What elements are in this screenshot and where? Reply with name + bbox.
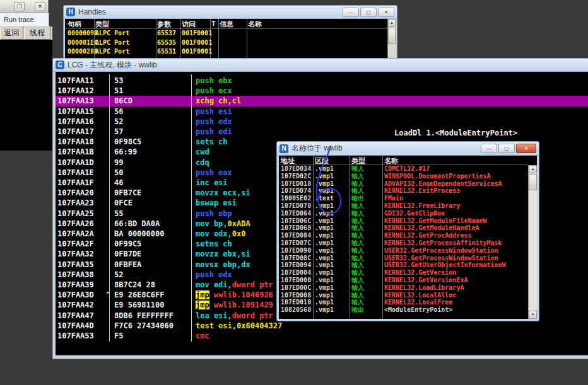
disasm-instruction: movsx ebp,dx bbox=[196, 260, 250, 270]
close-button[interactable]: ✕ bbox=[378, 8, 394, 17]
disasm-address: 107FAA35 bbox=[57, 260, 94, 270]
names-row[interactable]: 107ED074.vmp1输入KERNEL32.ExitProcess bbox=[279, 187, 528, 195]
handles-titlebar[interactable]: H Handles — ▢ ✕ bbox=[64, 6, 397, 19]
minimize-button[interactable]: — bbox=[481, 144, 497, 153]
handles-row[interactable]: 00000288ALPC Port65531001F0001 bbox=[65, 47, 387, 57]
handles-cell: 001F0001 bbox=[182, 47, 212, 57]
handles-header-cell[interactable]: 句柄 bbox=[68, 20, 81, 29]
desktop: ❐ ✕ Run trace 返回 线程 H Handles — ▢ ✕ 句柄类型… bbox=[0, 0, 588, 385]
disasm-instruction: jmp wwlib.1046926 bbox=[196, 290, 273, 300]
scroll-down-icon[interactable]: ▼ bbox=[529, 311, 537, 319]
handles-row[interactable]: 000001ECALPC Port65535001F0001 bbox=[65, 38, 387, 48]
names-cell: 输入 bbox=[351, 247, 364, 255]
disasm-row[interactable]: 107FAA1556push esi bbox=[56, 106, 588, 117]
names-cell: KERNEL32.LocalAlloc bbox=[384, 292, 456, 299]
instruction-token: push ebx bbox=[196, 76, 232, 85]
disasm-instruction: movzx ecx,si bbox=[196, 188, 250, 198]
handles-header-cell[interactable]: 参数 bbox=[157, 20, 171, 29]
handles-header-row: 句柄类型参数访问T信息名称 bbox=[65, 19, 387, 29]
handles-cell: 001F0001 bbox=[182, 29, 212, 38]
names-row[interactable]: 107ED018.vmp1输入ADVAPI32.EnumDependentSer… bbox=[279, 180, 528, 188]
names-titlebar[interactable]: N 名称位于 wwlib — ▢ ✕ bbox=[277, 142, 539, 156]
disasm-bytes: 0FB7DE bbox=[114, 249, 141, 259]
instruction-token: mov edi, bbox=[196, 280, 232, 289]
names-row[interactable]: 107ED034.vmp1输入COMCTL32.#17 bbox=[279, 165, 528, 173]
disasm-row[interactable]: 107FAA4DF7C6 27434060test esi,0x60404327 bbox=[56, 321, 588, 331]
scrollbar-thumb[interactable] bbox=[388, 28, 396, 44]
names-row[interactable]: 107ED068.vmp1输入KERNEL32.GetModuleHandleA bbox=[279, 224, 528, 232]
names-row[interactable]: 107ED090.vmp1输入USER32.GetProcessWindowSt… bbox=[279, 247, 528, 255]
names-row[interactable]: 107ED000.vmp1输入KERNEL32.GetVersionExA bbox=[279, 277, 528, 284]
names-row[interactable]: 107ED084.vmp1输入KERNEL32.GetProcAddress bbox=[279, 232, 528, 239]
disasm-row[interactable]: 107FAA53F5cmc bbox=[56, 331, 588, 341]
names-cell: KERNEL32.GetModuleFileNameW bbox=[384, 217, 487, 225]
names-scrollbar[interactable]: ▲ ▼ bbox=[528, 165, 537, 319]
handles-cell: 000001EC bbox=[68, 38, 98, 48]
restore-icon[interactable]: ❐ bbox=[14, 2, 25, 11]
handles-header-cell[interactable]: 名称 bbox=[248, 20, 262, 29]
threads-button[interactable]: 线程 bbox=[24, 26, 50, 40]
handles-cell: 65535 bbox=[157, 38, 176, 48]
names-cell: 107ED004 bbox=[281, 269, 311, 277]
names-row[interactable]: 107ED078.vmp1输入KERNEL32.FreeLibrary bbox=[279, 202, 528, 210]
handles-header-cell[interactable]: 类型 bbox=[95, 20, 109, 29]
names-header-cell[interactable]: 地址 bbox=[281, 156, 295, 166]
names-row[interactable]: 10820568.vmp1输出<ModuleEntryPoint> bbox=[279, 306, 528, 314]
names-cell: 输出 bbox=[351, 306, 364, 314]
disasm-bytes: 57 bbox=[114, 127, 123, 137]
names-row[interactable]: 107ED00C.vmp1输入KERNEL32.LoadLibraryA bbox=[279, 284, 528, 292]
names-row[interactable]: 10005E02.text输出FMain bbox=[279, 195, 528, 202]
handles-caption-buttons: — ▢ ✕ bbox=[343, 8, 394, 17]
close-icon[interactable]: ✕ bbox=[35, 2, 45, 11]
disasm-address: 107FAA25 bbox=[57, 209, 94, 219]
names-row[interactable]: 107ED010.vmp1输入KERNEL32.LocalFree bbox=[279, 299, 528, 306]
minimize-button[interactable]: — bbox=[343, 8, 359, 17]
handles-row[interactable]: 00000098ALPC Port65537001F0001 bbox=[65, 29, 387, 38]
maximize-button[interactable]: ▢ bbox=[498, 144, 515, 153]
disasm-row[interactable]: 107FAA1153push ebx bbox=[56, 76, 588, 86]
close-button[interactable]: ✕ bbox=[516, 144, 536, 153]
names-cell: 107ED018 bbox=[281, 180, 311, 188]
scroll-up-icon[interactable]: ▲ bbox=[388, 19, 396, 27]
names-row[interactable]: 107ED06C.vmp1输入KERNEL32.GetModuleFileNam… bbox=[279, 217, 528, 225]
names-row[interactable]: 107ED008.vmp1输入KERNEL32.LocalAlloc bbox=[279, 292, 528, 299]
handles-header-cell[interactable]: 信息 bbox=[220, 20, 233, 29]
names-cell: 107ED08C bbox=[281, 255, 311, 262]
disasm-row[interactable]: 107FAA1386CDxchg ch,cl bbox=[56, 96, 588, 106]
names-row[interactable]: 107ED004.vmp1输入KERNEL32.GetVersion bbox=[279, 269, 528, 277]
background-panel bbox=[0, 40, 52, 151]
instruction-token: bswap esi bbox=[196, 198, 237, 207]
disasm-row[interactable]: 107FAA1652push edx bbox=[56, 117, 588, 127]
disasm-address: 107FAA18 bbox=[57, 137, 94, 147]
names-header-cell[interactable]: 区段 bbox=[315, 156, 329, 166]
handles-header-cell[interactable]: T bbox=[211, 20, 216, 27]
names-row[interactable]: 107ED02C.vmp1输入WINSPOOL.DocumentProperti… bbox=[279, 173, 528, 180]
names-cell: KERNEL32.FreeLibrary bbox=[384, 202, 460, 210]
maximize-button[interactable]: ▢ bbox=[360, 8, 377, 17]
names-row[interactable]: 107ED094.vmp1输入USER32.GetUserObjectInfor… bbox=[279, 261, 528, 269]
names-row[interactable]: 107ED064.vmp1输入GDI32.GetClipBox bbox=[279, 210, 528, 217]
names-cell: 输入 bbox=[351, 232, 364, 239]
scroll-up-icon[interactable]: ▲ bbox=[529, 165, 537, 173]
names-row[interactable]: 107ED08C.vmp1输入USER32.GetProcessWindowSt… bbox=[279, 255, 528, 262]
background-window: ❐ ✕ Run trace 返回 线程 bbox=[0, 0, 52, 151]
handles-header-cell[interactable]: 访问 bbox=[182, 20, 196, 29]
names-header-cell[interactable]: 类型 bbox=[351, 156, 365, 166]
names-cell: 107ED094 bbox=[281, 261, 311, 269]
back-button[interactable]: 返回 bbox=[0, 26, 23, 40]
names-cell: .vmp1 bbox=[315, 217, 334, 225]
instruction-token: movsx ebp,dx bbox=[196, 260, 250, 269]
names-cell: 输入 bbox=[351, 269, 364, 277]
disasm-row[interactable]: 107FAA1251push ecx bbox=[56, 86, 588, 96]
names-row[interactable]: 107ED07C.vmp1输入KERNEL32.GetProcessAffini… bbox=[279, 239, 528, 247]
scrollbar-thumb[interactable] bbox=[529, 174, 537, 190]
names-cell: 输入 bbox=[351, 165, 364, 173]
names-header-cell[interactable]: 名称 bbox=[384, 156, 398, 166]
names-cell: <ModuleEntryPoint> bbox=[384, 306, 452, 314]
names-table-body[interactable]: 107ED034.vmp1输入COMCTL32.#17107ED02C.vmp1… bbox=[279, 165, 528, 319]
lcg-titlebar[interactable]: C LCG - 主线程, 模块 - wwlib bbox=[53, 59, 588, 72]
disasm-bytes: E9 56981100 bbox=[114, 300, 164, 310]
instruction-token: mov edx, bbox=[196, 229, 232, 238]
names-cell: .vmp1 bbox=[315, 306, 334, 314]
disasm-instruction: jmp wwlib.1091429 bbox=[196, 300, 273, 310]
